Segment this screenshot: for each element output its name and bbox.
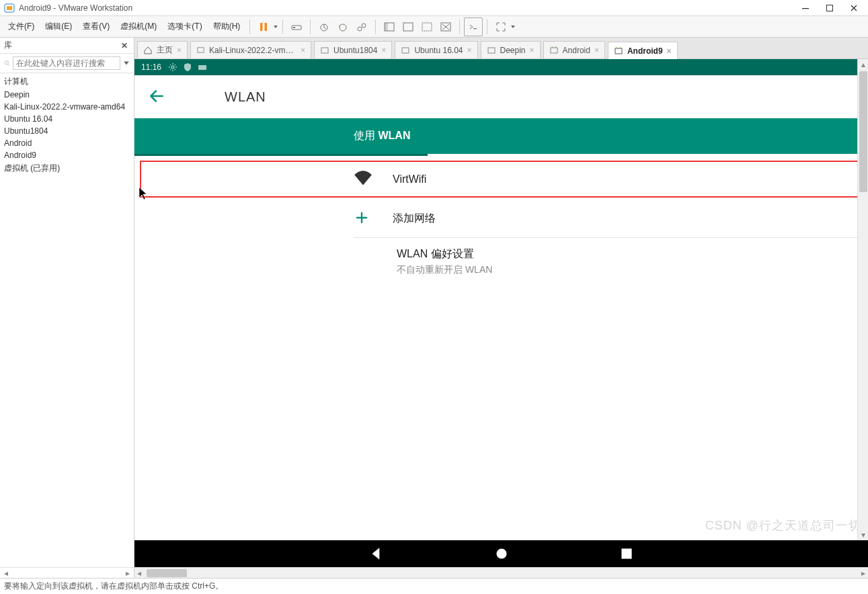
svg-rect-2	[802, 8, 809, 9]
search-icon	[4, 58, 10, 68]
viewport-horizontal-scrollbar[interactable]: ◂ ▸	[134, 567, 868, 578]
svg-rect-24	[615, 48, 622, 54]
vm-tab-icon	[549, 46, 559, 55]
gear-icon	[168, 62, 177, 72]
wifi-icon	[354, 170, 372, 188]
svg-rect-20	[321, 48, 328, 53]
library-search-input[interactable]	[13, 56, 120, 70]
svg-rect-21	[402, 48, 409, 53]
svg-rect-5	[265, 23, 268, 31]
svg-rect-4	[260, 23, 263, 31]
wlan-pref-title: WLAN 偏好设置	[397, 247, 868, 261]
banner-prefix: 使用	[354, 130, 378, 141]
menu-edit[interactable]: 编辑(E)	[40, 17, 77, 36]
library-item[interactable]: 虚拟机 (已弃用)	[0, 161, 134, 175]
tab-close-icon[interactable]: ×	[301, 46, 305, 55]
pause-dropdown[interactable]	[273, 17, 278, 36]
menu-file[interactable]: 文件(F)	[3, 17, 40, 36]
tab-close-icon[interactable]: ×	[667, 46, 672, 56]
tab-android9[interactable]: Android9 ×	[608, 42, 678, 59]
home-icon	[143, 46, 153, 55]
tab-close-icon[interactable]: ×	[381, 46, 386, 55]
menu-vm[interactable]: 虚拟机(M)	[115, 17, 162, 36]
maximize-button[interactable]	[820, 1, 840, 15]
back-arrow-icon[interactable]	[148, 87, 165, 107]
tab-close-icon[interactable]: ×	[467, 46, 471, 55]
vm-tab-icon	[614, 46, 623, 56]
tab-close-icon[interactable]: ×	[530, 46, 535, 55]
view-unity-button[interactable]	[436, 17, 455, 36]
library-item[interactable]: Kali-Linux-2022.2-vmware-amd64	[0, 101, 134, 113]
wifi-network-item[interactable]: VirtWifi	[140, 161, 863, 198]
svg-point-18	[5, 61, 8, 65]
snapshot-manager-button[interactable]	[352, 17, 371, 36]
tab-deepin[interactable]: Deepin ×	[481, 41, 541, 58]
close-button[interactable]	[844, 1, 864, 15]
view-thumbnail-button[interactable]	[418, 17, 436, 36]
snapshot-button[interactable]	[315, 17, 333, 36]
wlan-use-banner[interactable]: 使用 WLAN	[134, 118, 868, 154]
svg-rect-28	[621, 548, 631, 558]
nav-home-button[interactable]	[493, 545, 510, 562]
view-console-button[interactable]	[399, 17, 418, 36]
viewport-vertical-scrollbar[interactable]: ▴ ▾	[857, 59, 868, 540]
app-icon	[4, 3, 15, 13]
search-dropdown-icon[interactable]	[123, 60, 130, 67]
menu-view[interactable]: 查看(V)	[77, 17, 115, 36]
library-item[interactable]: Android	[0, 137, 134, 149]
minimize-button[interactable]	[795, 1, 816, 15]
svg-rect-3	[827, 5, 833, 11]
status-time: 11:16	[141, 62, 161, 72]
revert-snapshot-button[interactable]	[333, 17, 352, 36]
svg-rect-17	[473, 28, 477, 29]
tab-kali[interactable]: Kali-Linux-2022.2-vmware-am... ×	[190, 41, 311, 58]
vm-tab-icon	[196, 46, 205, 55]
tab-ubuntu1604[interactable]: Ubuntu 16.04 ×	[395, 41, 477, 58]
shield-icon	[183, 62, 192, 72]
menu-help[interactable]: 帮助(H)	[208, 17, 246, 36]
vm-viewport[interactable]: 11:16 WLAN 使用 WLAN	[134, 59, 868, 567]
plus-icon	[354, 210, 372, 228]
menu-tabs[interactable]: 选项卡(T)	[162, 17, 207, 36]
tab-close-icon[interactable]: ×	[177, 46, 182, 55]
sidebar-horizontal-scrollbar[interactable]: ◂ ▸	[0, 567, 134, 578]
svg-point-27	[496, 548, 506, 558]
svg-rect-23	[551, 48, 557, 53]
vm-tabs-bar: 主页 × Kali-Linux-2022.2-vmware-am... × Ub…	[134, 38, 868, 59]
android-nav-bar	[134, 540, 868, 567]
keyboard-icon	[198, 62, 207, 72]
svg-point-11	[362, 24, 366, 28]
library-item[interactable]: Ubuntu1804	[0, 125, 134, 137]
nav-back-button[interactable]	[368, 545, 385, 562]
library-item[interactable]: 计算机	[0, 75, 134, 89]
svg-rect-19	[198, 48, 204, 52]
svg-point-10	[358, 27, 362, 31]
library-item[interactable]: Ubuntu 16.04	[0, 113, 134, 125]
svg-rect-13	[385, 23, 388, 31]
vm-tab-icon	[320, 46, 329, 55]
svg-rect-15	[422, 23, 432, 31]
library-item[interactable]: Android9	[0, 149, 134, 161]
send-ctrl-alt-del-button[interactable]	[287, 17, 306, 36]
wlan-title: WLAN	[225, 89, 266, 105]
wlan-preference-item[interactable]: WLAN 偏好设置 不自动重新开启 WLAN	[134, 238, 868, 280]
library-close-button[interactable]: ✕	[119, 41, 130, 50]
status-message: 要将输入定向到该虚拟机，请在虚拟机内部单击或按 Ctrl+G。	[4, 581, 223, 592]
library-item[interactable]: Deepin	[0, 89, 134, 101]
svg-rect-7	[293, 27, 295, 28]
fullscreen-dropdown[interactable]	[510, 17, 516, 36]
nav-recent-button[interactable]	[618, 545, 635, 562]
banner-bold: WLAN	[378, 130, 410, 141]
pause-button[interactable]	[254, 17, 273, 36]
library-list: 计算机 Deepin Kali-Linux-2022.2-vmware-amd6…	[0, 73, 134, 567]
add-network-item[interactable]: 添加网络	[134, 200, 868, 237]
tab-android[interactable]: Android ×	[543, 41, 605, 58]
view-single-button[interactable]	[380, 17, 399, 36]
svg-rect-26	[198, 65, 206, 70]
console-view-button[interactable]	[464, 17, 483, 36]
tab-close-icon[interactable]: ×	[594, 46, 599, 55]
tab-home[interactable]: 主页 ×	[137, 41, 188, 58]
fullscreen-button[interactable]	[491, 17, 510, 36]
tab-ubuntu1804[interactable]: Ubuntu1804 ×	[314, 41, 392, 58]
library-sidebar: 库 ✕ 计算机 Deepin Kali-Linux-2022.2-vmware-…	[0, 38, 134, 578]
